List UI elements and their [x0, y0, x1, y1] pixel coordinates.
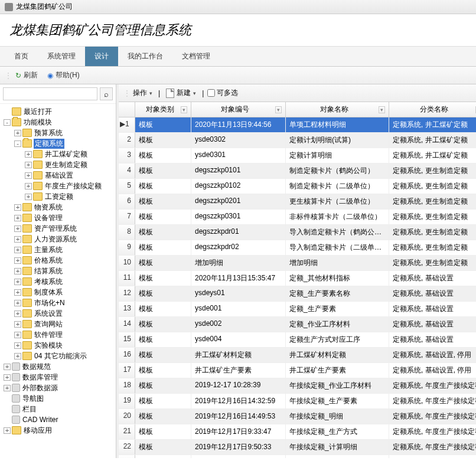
- tree-item[interactable]: +移动应用: [0, 425, 116, 436]
- multiselect-checkbox[interactable]: 可多选: [207, 88, 238, 98]
- tree-item[interactable]: CAD Writer: [0, 414, 116, 425]
- table-row[interactable]: 19模板2019年12月16日14:32:59年接续定额_生产要素定额系统, 年…: [119, 394, 476, 409]
- tree-item[interactable]: +软件管理: [0, 329, 116, 340]
- expand-icon[interactable]: +: [4, 364, 11, 370]
- table-row[interactable]: 4模板degszzkp0101制造定额卡片（鹤岗公司）定额系统, 更生制造定额: [119, 164, 476, 179]
- tab-4[interactable]: 文档管理: [172, 47, 220, 66]
- expand-icon[interactable]: +: [25, 172, 32, 179]
- table-row[interactable]: 5模板degszzkp0102制造定额卡片（二级单位）定额系统, 更生制造定额: [119, 179, 476, 194]
- table-row[interactable]: 16模板井工煤矿材料定额井工煤矿材料定额定额系统, 基础设置, 停用: [119, 348, 476, 363]
- expand-icon[interactable]: +: [14, 300, 21, 306]
- table-row[interactable]: 20模板2019年12月16日14:49:53年接续定额_明细定额系统, 年度生…: [119, 409, 476, 424]
- tree-item[interactable]: +更生制造定额: [0, 159, 116, 170]
- tree-item[interactable]: +04 其它功能演示: [0, 351, 116, 361]
- expand-icon[interactable]: +: [14, 289, 21, 296]
- expand-icon[interactable]: +: [4, 385, 11, 391]
- column-header[interactable]: 分类名称▾: [389, 102, 476, 117]
- table-row[interactable]: 17模板井工煤矿生产要素井工煤矿生产要素定额系统, 基础设置, 停用: [119, 363, 476, 378]
- expand-icon[interactable]: +: [14, 257, 21, 264]
- table-row[interactable]: 9模板degszzkpdr02导入制造定额卡片（二级单位）定额系统, 更生制造定…: [119, 240, 476, 256]
- expand-icon[interactable]: +: [14, 204, 21, 211]
- expand-icon[interactable]: +: [14, 353, 21, 359]
- tree-item[interactable]: +井工煤矿定额: [0, 149, 116, 159]
- multiselect-input[interactable]: [207, 89, 215, 97]
- tree-item[interactable]: +年度生产接续定额: [0, 181, 116, 191]
- expand-icon[interactable]: +: [14, 225, 21, 232]
- column-header[interactable]: 对象名称▾: [286, 102, 389, 117]
- tree-item[interactable]: +结算系统: [0, 266, 116, 276]
- expand-icon[interactable]: +: [14, 279, 21, 285]
- column-header[interactable]: 对象编号▾: [191, 102, 286, 117]
- tab-0[interactable]: 首页: [5, 47, 38, 66]
- table-row[interactable]: 23模板dejx生产计划接续表定额系统, 年度生产接续定额: [119, 455, 476, 458]
- tree-item[interactable]: +外部数据源: [0, 383, 116, 393]
- table-row[interactable]: 2模板ysde0302定额计划明细(试算)定额系统, 井工煤矿定额: [119, 133, 476, 148]
- table-row[interactable]: 13模板ysde001定额_生产要素定额系统, 基础设置: [119, 302, 476, 317]
- tree-item[interactable]: +资产管理系统: [0, 223, 116, 234]
- expand-icon[interactable]: +: [4, 374, 11, 381]
- tree-item[interactable]: +物资系统: [0, 202, 116, 213]
- table-row[interactable]: 7模板degszzkp0301非标件核算卡片（二级单位）定额系统, 更生制造定额: [119, 210, 476, 225]
- tree-item[interactable]: 栏目: [0, 404, 116, 414]
- collapse-icon[interactable]: -: [4, 119, 11, 126]
- tree-item[interactable]: 导航图: [0, 393, 116, 404]
- table-row[interactable]: 3模板ysde0301定额计算明细定额系统, 井工煤矿定额: [119, 148, 476, 164]
- tree-item[interactable]: +数据库管理: [0, 372, 116, 383]
- table-row[interactable]: 10模板增加明细增加明细定额系统, 更生制造定额: [119, 256, 476, 271]
- filter-dropdown-icon[interactable]: ▾: [181, 106, 187, 113]
- tree-item[interactable]: +基础设置: [0, 170, 116, 181]
- table-row[interactable]: 18模板2019-12-17 10:28:39年接续定额_作业工序材料定额系统,…: [119, 378, 476, 394]
- table-row[interactable]: 21模板2019年12月17日9:33:47年接续定额_生产方式定额系统, 年度…: [119, 424, 476, 440]
- expand-icon[interactable]: +: [25, 194, 32, 200]
- tree-item[interactable]: +主量系统: [0, 244, 116, 255]
- expand-icon[interactable]: +: [25, 151, 32, 158]
- expand-icon[interactable]: +: [14, 310, 21, 317]
- column-header[interactable]: 对象类别▾: [135, 102, 191, 117]
- filter-dropdown-icon[interactable]: ▾: [379, 106, 385, 113]
- tree-item[interactable]: +考核系统: [0, 276, 116, 287]
- table-row[interactable]: 6模板degszzkp0201更生核算卡片（二级单位）定额系统, 更生制造定额: [119, 194, 476, 210]
- collapse-icon[interactable]: -: [14, 140, 21, 147]
- tree-item[interactable]: +预算系统: [0, 128, 116, 138]
- expand-icon[interactable]: +: [14, 332, 21, 338]
- tree-item[interactable]: +数据规范: [0, 361, 116, 372]
- tree-item[interactable]: +人力资源系统: [0, 234, 116, 244]
- tab-1[interactable]: 系统管理: [38, 47, 85, 66]
- tree-item[interactable]: -功能模块: [0, 117, 116, 128]
- filter-dropdown-icon[interactable]: ▾: [275, 106, 282, 113]
- new-button[interactable]: 新建 ▾: [164, 87, 198, 99]
- expand-icon[interactable]: +: [14, 215, 21, 221]
- table-row[interactable]: 8模板degszzkpdr01导入制造定额卡片（鹤岗公司）定额系统, 更生制造定…: [119, 225, 476, 240]
- expand-icon[interactable]: +: [14, 342, 21, 349]
- tree-item[interactable]: +实验模块: [0, 340, 116, 351]
- tree-item[interactable]: +工资定额: [0, 191, 116, 202]
- expand-icon[interactable]: +: [4, 427, 11, 434]
- tab-2[interactable]: 设计: [85, 47, 118, 66]
- tree-item[interactable]: +系统设置: [0, 308, 116, 319]
- expand-icon[interactable]: +: [14, 130, 21, 136]
- tree-item[interactable]: +价格系统: [0, 255, 116, 266]
- expand-icon[interactable]: +: [25, 162, 32, 168]
- tree-item[interactable]: +制度体系: [0, 287, 116, 298]
- expand-icon[interactable]: +: [14, 321, 21, 328]
- help-button[interactable]: ◉ 帮助(H): [45, 69, 82, 81]
- tree-item[interactable]: +查询网站: [0, 319, 116, 329]
- table-row[interactable]: 11模板2020年11月13日15:35:47定额_其他材料指标定额系统, 基础…: [119, 271, 476, 286]
- operate-button[interactable]: 操作 ▾: [131, 87, 155, 99]
- tab-3[interactable]: 我的工作台: [118, 47, 172, 66]
- table-row[interactable]: 22模板2019年12月17日9:50:33年接续定额_计算明细定额系统, 年度…: [119, 440, 476, 455]
- expand-icon[interactable]: +: [14, 268, 21, 274]
- tree-item[interactable]: 最近打开: [0, 106, 116, 117]
- search-input[interactable]: [3, 87, 97, 100]
- refresh-button[interactable]: ↻ 刷新: [13, 69, 40, 81]
- tree-item[interactable]: +市场化+N: [0, 298, 116, 308]
- search-button[interactable]: ⌕: [100, 87, 113, 100]
- table-row[interactable]: ▶1模板2020年11月13日9:44:56单项工程材料明细定额系统, 井工煤矿…: [119, 117, 476, 133]
- table-row[interactable]: 14模板ysde002定额_作业工序材料定额系统, 基础设置: [119, 317, 476, 332]
- expand-icon[interactable]: +: [25, 183, 32, 189]
- tree-item[interactable]: +设备管理: [0, 213, 116, 223]
- expand-icon[interactable]: +: [14, 236, 21, 243]
- table-row[interactable]: 12模板ysdeys01定额_生产要素名称定额系统, 基础设置: [119, 286, 476, 302]
- expand-icon[interactable]: +: [14, 247, 21, 253]
- table-row[interactable]: 15模板ysde004定额生产方式对应工序定额系统, 基础设置: [119, 332, 476, 348]
